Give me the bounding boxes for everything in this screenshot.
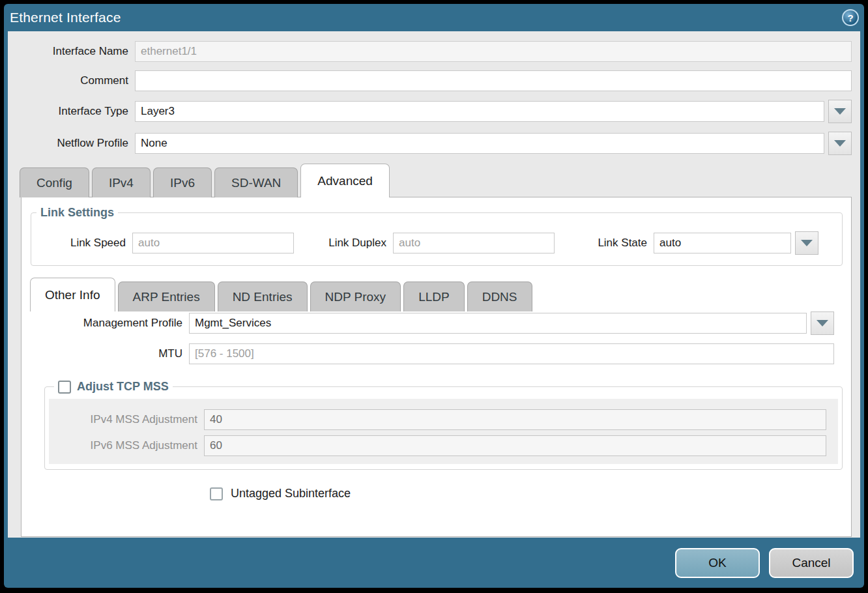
link-settings-legend: Link Settings <box>36 206 118 220</box>
dialog-title: Ethernet Interface <box>10 10 121 25</box>
mtu-field[interactable] <box>189 343 834 364</box>
link-state-dropdown[interactable] <box>654 231 818 255</box>
chevron-down-icon <box>834 108 846 115</box>
dialog-body: Interface Name Comment Interface Type Ne… <box>8 31 860 538</box>
tab-arp-entries[interactable]: ARP Entries <box>118 282 215 311</box>
netflow-profile-value[interactable] <box>135 133 824 154</box>
ok-button[interactable]: OK <box>675 548 760 578</box>
link-duplex-label: Link Duplex <box>294 237 393 250</box>
ipv6-mss-label: IPv6 MSS Adjustment <box>53 439 204 452</box>
ethernet-interface-dialog: Ethernet Interface ? Interface Name Comm… <box>4 4 864 588</box>
tab-lldp[interactable]: LLDP <box>403 282 465 311</box>
link-speed-field[interactable] <box>132 233 294 253</box>
tab-ipv6[interactable]: IPv6 <box>153 167 212 197</box>
help-icon-glyph: ? <box>847 12 853 23</box>
cancel-button[interactable]: Cancel <box>769 548 854 578</box>
link-state-dropdown-button[interactable] <box>795 231 818 255</box>
mtu-row: MTU <box>22 343 834 364</box>
help-icon[interactable]: ? <box>842 9 859 26</box>
adjust-tcp-mss-fieldset: Adjust TCP MSS IPv4 MSS Adjustment IPv6 … <box>44 380 843 470</box>
footer-bar: OK Cancel <box>4 538 864 588</box>
main-tabstrip: Config IPv4 IPv6 SD-WAN Advanced <box>20 164 852 197</box>
ipv4-mss-field <box>204 409 826 430</box>
interface-type-dropdown-button[interactable] <box>828 100 852 123</box>
tab-advanced[interactable]: Advanced <box>300 164 390 197</box>
interface-type-row: Interface Type <box>8 100 852 123</box>
interface-type-dropdown[interactable] <box>135 100 852 123</box>
mss-disabled-panel: IPv4 MSS Adjustment IPv6 MSS Adjustment <box>49 399 838 464</box>
chevron-down-icon <box>834 140 846 147</box>
link-duplex-field[interactable] <box>393 233 555 253</box>
link-settings-row: Link Speed Link Duplex Link State <box>31 231 842 255</box>
interface-name-field <box>135 41 852 62</box>
netflow-profile-label: Netflow Profile <box>8 137 135 150</box>
tab-ddns[interactable]: DDNS <box>467 282 532 311</box>
link-state-label: Link State <box>555 237 654 250</box>
chevron-down-icon <box>801 240 813 246</box>
untagged-subinterface-label: Untagged Subinterface <box>231 487 351 500</box>
comment-row: Comment <box>8 70 852 91</box>
ipv6-mss-field <box>204 435 826 456</box>
untagged-subinterface-checkbox[interactable] <box>210 487 223 500</box>
adjust-tcp-mss-legend: Adjust TCP MSS <box>54 380 173 394</box>
inner-tabstrip: Other Info ARP Entries ND Entries NDP Pr… <box>30 278 843 311</box>
comment-label: Comment <box>8 74 135 87</box>
netflow-profile-dropdown[interactable] <box>135 132 852 155</box>
ipv6-mss-row: IPv6 MSS Adjustment <box>53 435 826 456</box>
management-profile-label: Management Profile <box>22 317 189 330</box>
management-profile-value[interactable] <box>189 313 807 334</box>
untagged-subinterface-row: Untagged Subinterface <box>210 487 851 500</box>
tab-nd-entries[interactable]: ND Entries <box>218 282 308 311</box>
management-profile-row: Management Profile <box>22 311 834 335</box>
link-settings-legend-text: Link Settings <box>40 206 114 220</box>
management-profile-dropdown-button[interactable] <box>811 311 834 335</box>
tab-config[interactable]: Config <box>20 167 89 197</box>
link-state-value[interactable] <box>654 233 791 253</box>
management-profile-dropdown[interactable] <box>189 311 834 335</box>
mtu-label: MTU <box>22 347 189 360</box>
netflow-profile-row: Netflow Profile <box>8 132 852 155</box>
title-bar: Ethernet Interface ? <box>4 4 864 31</box>
interface-type-value[interactable] <box>135 101 824 122</box>
tab-ipv4[interactable]: IPv4 <box>92 167 151 197</box>
tab-sd-wan[interactable]: SD-WAN <box>214 167 298 197</box>
chevron-down-icon <box>817 320 828 326</box>
link-speed-label: Link Speed <box>31 237 132 250</box>
interface-name-label: Interface Name <box>8 45 135 58</box>
comment-field[interactable] <box>135 70 852 91</box>
tab-ndp-proxy[interactable]: NDP Proxy <box>310 282 401 311</box>
advanced-tab-panel: Link Settings Link Speed Link Duplex Lin… <box>21 197 852 537</box>
tab-other-info[interactable]: Other Info <box>30 278 115 311</box>
adjust-tcp-mss-legend-text: Adjust TCP MSS <box>77 380 169 394</box>
interface-name-row: Interface Name <box>8 41 852 62</box>
ipv4-mss-row: IPv4 MSS Adjustment <box>53 409 826 430</box>
netflow-profile-dropdown-button[interactable] <box>828 132 852 155</box>
ipv4-mss-label: IPv4 MSS Adjustment <box>53 413 204 426</box>
interface-type-label: Interface Type <box>8 105 135 118</box>
link-settings-fieldset: Link Settings Link Speed Link Duplex Lin… <box>31 206 843 266</box>
adjust-tcp-mss-checkbox[interactable] <box>58 381 71 394</box>
